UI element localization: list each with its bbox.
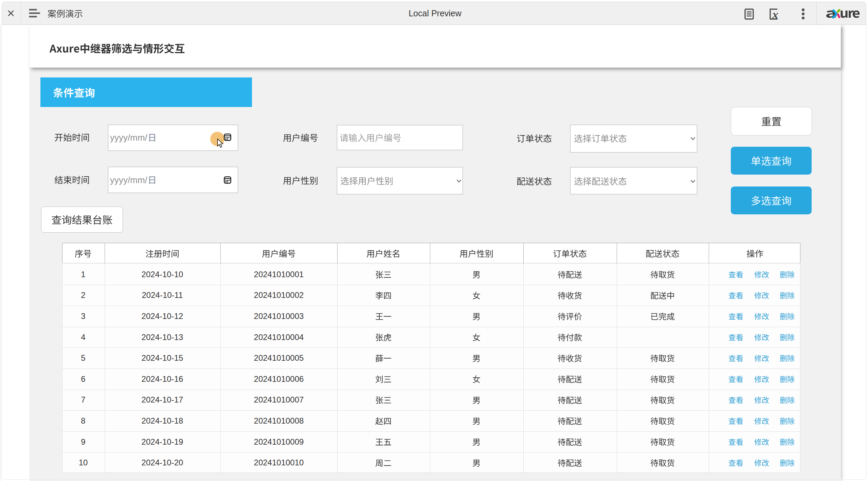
svg-text:x: x <box>772 8 778 20</box>
